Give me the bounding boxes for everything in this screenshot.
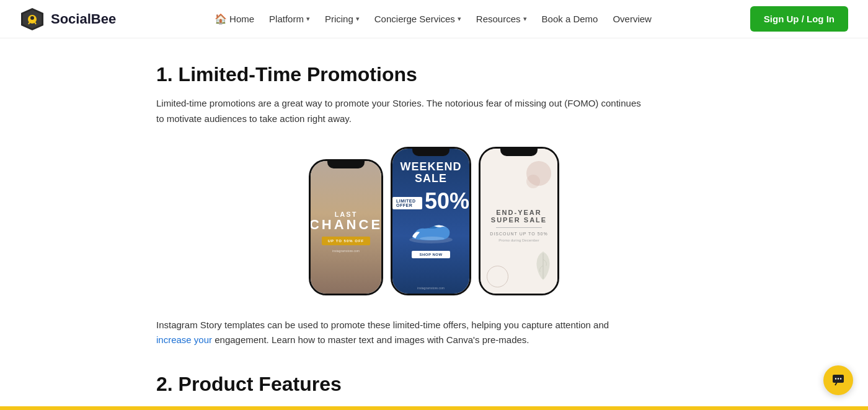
phone3-leaf-icon bbox=[534, 250, 552, 281]
phone2-percent: 50% bbox=[425, 190, 469, 212]
phone1-chance: CHANCE bbox=[309, 218, 383, 232]
phone3-promo: Promo during December bbox=[498, 238, 539, 242]
chat-support-button[interactable] bbox=[823, 365, 853, 395]
logo-icon bbox=[20, 7, 45, 32]
phone3-end: END-YEAR bbox=[496, 209, 541, 216]
phone-3-body: END-YEAR SUPER SALE DISCOUNT UP TO 50% P… bbox=[480, 149, 557, 294]
svg-point-10 bbox=[835, 378, 836, 379]
svg-point-7 bbox=[420, 237, 445, 240]
section1-body-text: Instagram Story templates can be used to… bbox=[156, 318, 646, 349]
section1-description: Limited-time promotions are a great way … bbox=[156, 96, 646, 127]
phone-1-body: LAST CHANCE UP TO 50% OFF instagramstore… bbox=[311, 161, 381, 294]
logo-link[interactable]: SocialBee bbox=[20, 7, 116, 32]
home-icon: 🏠 bbox=[215, 13, 227, 25]
svg-point-12 bbox=[840, 378, 841, 379]
section-product-features: 2. Product Features Your products deserv… bbox=[156, 373, 712, 410]
nav-book-demo[interactable]: Book a Demo bbox=[536, 9, 604, 29]
phone2-shoe-image bbox=[406, 215, 456, 246]
brand-name: SocialBee bbox=[51, 11, 116, 27]
main-content: 1. Limited-Time Promotions Limited-time … bbox=[136, 38, 732, 410]
chevron-down-icon: ▾ bbox=[306, 15, 310, 23]
phone-mockup-2: WeekendSALE LIMITED OFFER 50% bbox=[391, 147, 471, 295]
svg-point-3 bbox=[30, 16, 34, 20]
phone2-title: WeekendSALE bbox=[400, 161, 461, 186]
increase-link[interactable]: increase your bbox=[156, 334, 212, 345]
nav-home[interactable]: 🏠 Home bbox=[208, 8, 260, 30]
phone-mockup-1: LAST CHANCE UP TO 50% OFF instagramstore… bbox=[309, 159, 383, 295]
nav-platform[interactable]: Platform ▾ bbox=[263, 9, 316, 29]
nav-overview[interactable]: Overview bbox=[606, 9, 658, 29]
phone3-circle-sm bbox=[526, 175, 540, 188]
chat-icon bbox=[831, 373, 846, 388]
phone2-badge: LIMITED OFFER bbox=[392, 197, 422, 209]
nav-links: 🏠 Home Platform ▾ Pricing ▾ Concierge Se… bbox=[208, 8, 658, 30]
phone3-divider bbox=[496, 227, 542, 228]
chevron-down-icon: ▾ bbox=[523, 15, 527, 23]
phone2-shopnow: SHOP NOW bbox=[412, 251, 450, 258]
chevron-down-icon: ▾ bbox=[458, 15, 461, 23]
nav-concierge[interactable]: Concierge Services ▾ bbox=[368, 9, 467, 29]
body-text-after-link: engagement. Learn how to master text and… bbox=[212, 334, 529, 345]
section-limited-promotions: 1. Limited-Time Promotions Limited-time … bbox=[156, 63, 712, 348]
phone3-super: SUPER SALE bbox=[491, 216, 547, 224]
phone2-url: instagramstore.com bbox=[417, 286, 445, 290]
phone3-discount: DISCOUNT UP TO 50% bbox=[490, 232, 547, 236]
phone3-circle-bl bbox=[487, 266, 508, 287]
signup-button[interactable]: Sign Up / Log In bbox=[750, 6, 848, 32]
phone1-btn: UP TO 50% OFF bbox=[322, 237, 370, 245]
bottom-bar bbox=[0, 406, 868, 410]
phone-2-body: WeekendSALE LIMITED OFFER 50% bbox=[392, 149, 469, 294]
svg-point-11 bbox=[838, 378, 839, 379]
body-text-before-link: Instagram Story templates can be used to… bbox=[156, 320, 609, 330]
section2-heading: 2. Product Features bbox=[156, 373, 712, 396]
section1-heading: 1. Limited-Time Promotions bbox=[156, 63, 712, 86]
chevron-down-icon: ▾ bbox=[356, 15, 360, 23]
navbar: SocialBee 🏠 Home Platform ▾ Pricing ▾ Co… bbox=[0, 0, 868, 38]
nav-resources[interactable]: Resources ▾ bbox=[470, 9, 533, 29]
nav-pricing[interactable]: Pricing ▾ bbox=[319, 9, 366, 29]
phone-mockups-row: LAST CHANCE UP TO 50% OFF instagramstore… bbox=[156, 147, 712, 295]
phone-mockup-3: END-YEAR SUPER SALE DISCOUNT UP TO 50% P… bbox=[479, 147, 559, 295]
phone1-url: instagramstore.com bbox=[332, 249, 360, 253]
